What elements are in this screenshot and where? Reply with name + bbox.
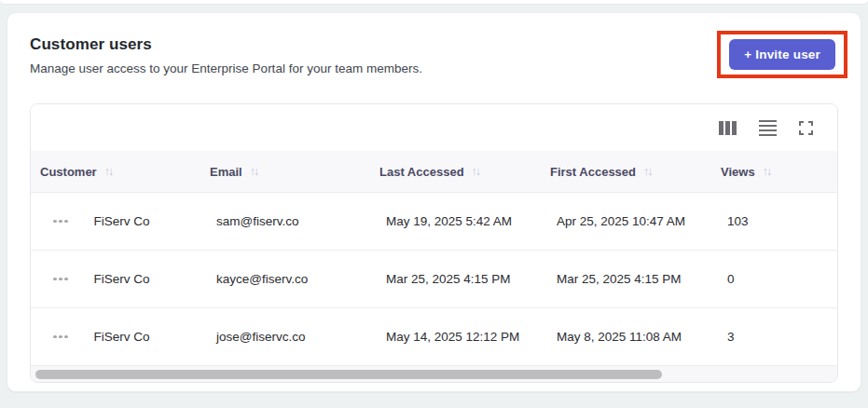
customer-value: FiServ Co — [94, 330, 150, 344]
row-density-icon[interactable] — [759, 120, 777, 136]
last-accessed-value: Mar 25, 2025 4:15 PM — [379, 272, 550, 286]
sort-icon: ↑↓ — [472, 165, 480, 178]
views-value: 0 — [721, 272, 837, 286]
title-block: Customer users Manage user access to you… — [30, 34, 422, 76]
page-title: Customer users — [30, 34, 422, 55]
customer-cell: FiServ Co — [31, 214, 210, 228]
customer-value: FiServ Co — [94, 214, 150, 228]
column-header-last-accessed[interactable]: Last Accessed ↑↓ — [379, 165, 550, 179]
email-value: kayce@fiserv.co — [210, 272, 379, 286]
first-accessed-value: May 8, 2025 11:08 AM — [550, 330, 721, 344]
table-row: FiServ Co jose@fiservc.co May 14, 2025 1… — [31, 307, 837, 365]
table-row: FiServ Co kayce@fiserv.co Mar 25, 2025 4… — [31, 250, 837, 307]
views-value: 103 — [721, 214, 837, 228]
fullscreen-icon[interactable] — [799, 121, 813, 135]
sort-icon: ↑↓ — [763, 165, 771, 178]
column-label: Views — [721, 165, 755, 179]
first-accessed-value: Mar 25, 2025 4:15 PM — [550, 272, 721, 286]
first-accessed-value: Apr 25, 2025 10:47 AM — [550, 214, 721, 228]
horizontal-scrollbar-track[interactable] — [31, 365, 837, 382]
column-label: Customer — [40, 165, 97, 179]
column-header-email[interactable]: Email ↑↓ — [210, 165, 379, 179]
column-header-customer[interactable]: Customer ↑↓ — [31, 165, 210, 179]
customer-cell: FiServ Co — [31, 330, 210, 344]
page-subtitle: Manage user access to your Enterprise Po… — [30, 61, 422, 76]
row-actions-menu-icon[interactable] — [53, 216, 68, 227]
last-accessed-value: May 19, 2025 5:42 AM — [379, 214, 550, 228]
table-header-row: Customer ↑↓ Email ↑↓ Last Accessed ↑↓ Fi… — [31, 151, 837, 192]
customer-cell: FiServ Co — [31, 272, 210, 286]
column-header-first-accessed[interactable]: First Accessed ↑↓ — [550, 165, 721, 179]
invite-user-button[interactable]: + Invite user — [729, 39, 835, 70]
sort-icon: ↑↓ — [104, 165, 113, 178]
invite-button-highlight-box: + Invite user — [717, 31, 847, 78]
table-row: FiServ Co sam@fiserv.co May 19, 2025 5:4… — [31, 192, 837, 250]
last-accessed-value: May 14, 2025 12:12 PM — [379, 330, 550, 344]
horizontal-scrollbar-thumb[interactable] — [35, 370, 662, 379]
sort-icon: ↑↓ — [250, 165, 258, 178]
views-value: 3 — [721, 330, 837, 344]
email-value: sam@fiserv.co — [210, 214, 379, 228]
customer-users-card: Customer users Manage user access to you… — [7, 12, 861, 392]
sort-icon: ↑↓ — [643, 165, 652, 178]
table-toolbar — [31, 104, 837, 151]
row-actions-menu-icon[interactable] — [53, 332, 68, 343]
email-value: jose@fiservc.co — [210, 330, 379, 344]
top-divider-strip — [0, 0, 868, 5]
column-label: Last Accessed — [379, 165, 464, 179]
customer-value: FiServ Co — [94, 272, 150, 286]
column-header-views[interactable]: Views ↑↓ — [721, 165, 837, 179]
card-header: Customer users Manage user access to you… — [30, 34, 838, 78]
column-label: First Accessed — [550, 165, 636, 179]
users-table: Customer ↑↓ Email ↑↓ Last Accessed ↑↓ Fi… — [30, 103, 838, 383]
columns-icon[interactable] — [719, 121, 737, 135]
column-label: Email — [210, 165, 242, 179]
row-actions-menu-icon[interactable] — [53, 274, 68, 285]
